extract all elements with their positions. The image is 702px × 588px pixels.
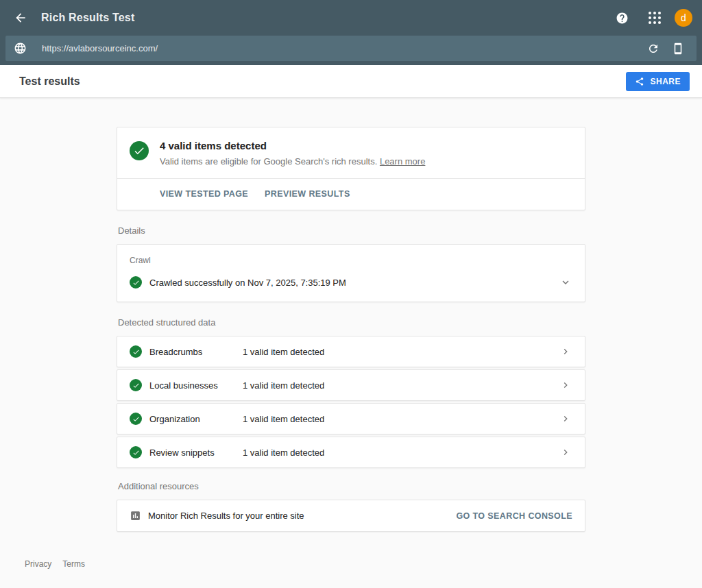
help-icon	[616, 12, 629, 25]
share-button-label: SHARE	[650, 77, 681, 86]
app-header: Rich Results Test d https://avlaborsourc…	[0, 0, 702, 65]
crawl-status-text: Crawled successfully on Nov 7, 2025, 7:3…	[149, 278, 559, 288]
structured-data-name: Local businesses	[149, 380, 243, 391]
resources-item-text: Monitor Rich Results for your entire sit…	[148, 511, 456, 521]
chevron-right-icon[interactable]	[559, 412, 572, 426]
share-button[interactable]: SHARE	[626, 72, 690, 91]
summary-actions: VIEW TESTED PAGE PREVIEW RESULTS	[117, 178, 585, 210]
smartphone-icon	[672, 42, 684, 55]
smartphone-button[interactable]	[668, 37, 688, 60]
crawl-label: Crawl	[130, 256, 572, 265]
apps-grid-icon	[649, 12, 661, 24]
back-button[interactable]	[10, 7, 32, 29]
go-to-search-console-button[interactable]: GO TO SEARCH CONSOLE	[456, 511, 572, 521]
terms-link[interactable]: Terms	[62, 559, 85, 569]
results-toolbar: Test results SHARE	[0, 65, 702, 98]
valid-check-icon	[130, 141, 149, 160]
share-icon	[635, 77, 644, 86]
structured-data-name: Breadcrumbs	[149, 347, 243, 357]
structured-data-row-breadcrumbs[interactable]: Breadcrumbs 1 valid item detected	[117, 336, 585, 367]
details-section-label: Details	[118, 225, 584, 236]
summary-title: 4 valid items detected	[160, 140, 425, 151]
globe-icon	[14, 42, 27, 55]
refresh-icon	[647, 42, 659, 55]
arrow-back-icon	[14, 11, 27, 25]
summary-subtitle-text: Valid items are eligible for Google Sear…	[160, 156, 377, 167]
structured-data-row-review-snippets[interactable]: Review snippets 1 valid item detected	[117, 437, 585, 468]
chevron-down-icon[interactable]	[559, 275, 572, 289]
privacy-link[interactable]: Privacy	[25, 559, 51, 569]
preview-results-button[interactable]: PREVIEW RESULTS	[265, 189, 350, 199]
structured-data-status: 1 valid item detected	[243, 448, 559, 458]
app-title: Rich Results Test	[41, 12, 134, 24]
url-bar[interactable]: https://avlaborsourceinc.com/	[5, 36, 697, 61]
view-tested-page-button[interactable]: VIEW TESTED PAGE	[160, 189, 248, 199]
structured-data-row-organization[interactable]: Organization 1 valid item detected	[117, 403, 585, 434]
footer: Privacy Terms	[12, 532, 585, 578]
chevron-right-icon[interactable]	[559, 378, 572, 392]
summary-card: 4 valid items detected Valid items are e…	[117, 127, 585, 210]
resources-card: Monitor Rich Results for your entire sit…	[117, 500, 585, 532]
chevron-right-icon[interactable]	[559, 445, 572, 459]
structured-data-status: 1 valid item detected	[243, 347, 559, 357]
valid-check-icon	[130, 413, 142, 425]
structured-data-status: 1 valid item detected	[243, 414, 559, 424]
apps-grid-button[interactable]	[643, 6, 666, 29]
page-title: Test results	[19, 75, 80, 88]
refresh-button[interactable]	[643, 37, 664, 60]
crawl-success-icon	[130, 276, 142, 289]
structured-data-status: 1 valid item detected	[243, 380, 559, 391]
crawl-card[interactable]: Crawl Crawled successfully on Nov 7, 202…	[117, 244, 585, 302]
structured-data-name: Review snippets	[149, 448, 243, 458]
bar-chart-icon	[130, 510, 141, 522]
summary-subtitle: Valid items are eligible for Google Sear…	[160, 156, 425, 167]
structured-data-row-local-businesses[interactable]: Local businesses 1 valid item detected	[117, 369, 585, 401]
avatar[interactable]: d	[675, 9, 692, 27]
structured-data-name: Organization	[149, 414, 243, 424]
valid-check-icon	[130, 446, 142, 458]
structured-data-section-label: Detected structured data	[118, 317, 584, 328]
help-button[interactable]	[610, 6, 633, 29]
resources-section-label: Additional resources	[118, 481, 584, 491]
learn-more-link[interactable]: Learn more	[380, 156, 425, 167]
valid-check-icon	[130, 345, 142, 358]
main-content: 4 valid items detected Valid items are e…	[0, 98, 702, 588]
url-text[interactable]: https://avlaborsourceinc.com/	[42, 43, 643, 53]
valid-check-icon	[130, 379, 142, 391]
chevron-right-icon[interactable]	[559, 345, 572, 358]
